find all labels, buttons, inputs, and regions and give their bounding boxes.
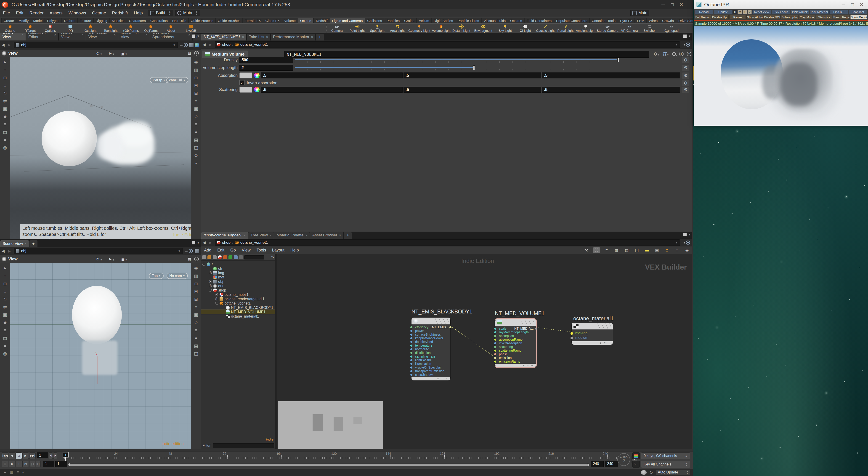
help-icon[interactable]: ? xyxy=(687,52,691,56)
viewport-tool-icon[interactable]: ○ xyxy=(4,83,6,88)
sticky-note-icon[interactable]: ▬ xyxy=(643,247,650,253)
viewport-tool-icon[interactable]: ► xyxy=(3,266,7,270)
node-param-distribution[interactable]: distribution xyxy=(411,351,450,355)
ipr-button-pick-focus[interactable]: Pick Focus xyxy=(772,9,790,14)
pane-corner-controls[interactable]: ▼ xyxy=(683,34,691,38)
viewport-tool-icon[interactable]: ◇ xyxy=(194,320,198,325)
node-param-scatteringramp[interactable]: scatteringRamp xyxy=(495,349,536,352)
cook-brain-icon[interactable] xyxy=(641,470,647,475)
input-dot[interactable] xyxy=(570,337,573,339)
minimize-button[interactable]: ─ xyxy=(658,2,668,7)
ipr-button-pause[interactable]: Pause xyxy=(729,15,746,20)
palette-icon[interactable]: ▦ xyxy=(613,247,620,253)
node-param-transparentemission[interactable]: transparentEmission xyxy=(411,369,450,373)
tree-item-octane-rendertarget-dl1[interactable]: +octane_rendertarget_dl1 xyxy=(201,297,275,301)
ipr-button-disable-upd[interactable]: Disable Upd. xyxy=(712,15,728,20)
gear-icon[interactable]: ⚙▼ xyxy=(653,52,660,57)
shelf-tab-volume[interactable]: Volume xyxy=(282,18,298,23)
obj-filter-icon[interactable] xyxy=(208,256,211,259)
shelf-tab-deform[interactable]: Deform xyxy=(62,18,78,23)
gear-icon[interactable]: ⚙ xyxy=(682,65,689,71)
shelf-tab-terrain-fx[interactable]: Terrain FX xyxy=(243,18,263,23)
info-icon[interactable]: i xyxy=(679,52,684,56)
back-icon[interactable]: ◀ xyxy=(201,240,207,245)
viewport-tool-icon[interactable]: ≡ xyxy=(195,328,197,333)
auto-update-select[interactable]: Auto Update ▲▼ xyxy=(656,469,690,476)
shelf-tool-distant-light[interactable]: Distant Light xyxy=(451,24,471,32)
snap-icon[interactable]: ◔ xyxy=(16,461,22,467)
forward-icon[interactable]: ▶ xyxy=(207,42,213,47)
forward-icon[interactable]: ▶ xyxy=(207,240,213,245)
shelf-tab-redshift[interactable]: Redshift xyxy=(313,18,331,23)
viewport-tool-icon[interactable]: ▥ xyxy=(194,274,198,278)
menu-redshift[interactable]: Redshift xyxy=(109,10,131,16)
play-button[interactable]: ▶ xyxy=(22,452,29,459)
tab-shop-octane-vopnet1[interactable]: /shop/octane_vopnet1× xyxy=(201,232,248,239)
shelf-tool-toonlight[interactable]: ToonLight xyxy=(100,24,121,32)
shelf-tool-gi-light[interactable]: GI Light xyxy=(515,24,535,32)
viewport-tool-icon[interactable]: ⊟ xyxy=(194,91,198,95)
tab-scene-view[interactable]: Scene View× xyxy=(0,240,29,247)
tab-close-icon[interactable]: × xyxy=(266,35,268,39)
search-icon[interactable]: ◌ xyxy=(674,247,680,253)
tree-filter-input[interactable] xyxy=(244,256,264,260)
node-param-temperature[interactable]: temperature xyxy=(411,344,450,347)
pane-corner-controls[interactable]: ▼ xyxy=(192,34,200,38)
shelf-tab-polygon[interactable]: Polygon xyxy=(45,18,62,23)
forward-icon[interactable]: ▶ xyxy=(6,42,12,47)
shelf-tool-objparms[interactable]: -ObjParms xyxy=(141,24,161,32)
spreadsheet-icon[interactable]: ▤ xyxy=(623,247,630,253)
log-icon[interactable]: ≡ xyxy=(17,470,19,475)
tab-close-icon[interactable]: × xyxy=(270,233,272,237)
undo-icon[interactable]: ↷ xyxy=(271,255,274,260)
input-dot[interactable] xyxy=(410,352,412,354)
scene-combo[interactable]: Main ▲▼ xyxy=(175,10,200,16)
tree-filter-icon[interactable] xyxy=(202,256,206,259)
net-menu-edit[interactable]: Edit xyxy=(214,248,227,252)
input-dot[interactable] xyxy=(494,328,496,330)
memory-icon[interactable]: ▦ xyxy=(10,470,13,475)
tree-item-nt-emis-blackbody1[interactable]: NT_EMIS_BLACKBODY1 xyxy=(201,305,275,310)
network-canvas[interactable]: Indie Edition VEX Builder NT_EMIS_BLACKB… xyxy=(277,254,692,449)
back-icon[interactable]: ◀ xyxy=(0,42,6,47)
add-image-icon[interactable]: ▣ xyxy=(653,247,660,253)
title-bar[interactable]: C:/Users/Hbhatti/Desktop/Desktop/Graphic… xyxy=(0,0,693,9)
tree-item-img[interactable]: +img xyxy=(201,271,275,275)
list-view-icon[interactable]: ≡ xyxy=(603,247,610,253)
recook-icon[interactable]: ↻ xyxy=(649,470,653,475)
path-field[interactable]: obj ▼ xyxy=(14,42,178,48)
viewport-tool-icon[interactable]: ◇ xyxy=(194,114,198,119)
tab-motion-fx-view[interactable]: Motion FX View× xyxy=(118,33,149,40)
pane-corner-controls[interactable]: ▼ xyxy=(683,233,691,236)
viewport-tool-icon[interactable]: ● xyxy=(195,336,197,340)
absorption-color-swatch[interactable] xyxy=(240,72,252,79)
viewport-tool-icon[interactable]: ⇄ xyxy=(3,99,7,103)
ipr-button-full-reload[interactable]: Full Reload xyxy=(694,15,711,20)
ipr-button-clay-mode[interactable]: Clay Mode xyxy=(799,15,815,20)
maximize-button[interactable]: □ xyxy=(668,2,677,7)
shelf-tab-wires[interactable]: Wires xyxy=(647,18,660,23)
pane-maximize-icon[interactable] xyxy=(683,233,687,236)
invert-absorption-checkbox[interactable]: ✓ xyxy=(240,80,245,85)
pane-menu-icon[interactable]: ▼ xyxy=(197,34,200,38)
menu-help[interactable]: Help xyxy=(131,10,146,16)
audio-icon[interactable]: ◉ xyxy=(9,461,15,467)
node-param-efficiency[interactable]: efficiency ...NT_EMIS_... xyxy=(411,325,450,329)
viewport-tool-icon[interactable]: ▣ xyxy=(3,313,7,317)
pane-corner-controls[interactable]: ▼ xyxy=(192,241,200,244)
tab-scene-view[interactable]: Scene View× xyxy=(0,33,26,40)
viewport-tool-icon[interactable]: ◉ xyxy=(194,60,198,64)
viewport-tool-icon[interactable]: ↻ xyxy=(3,297,7,302)
range-start-field[interactable]: 1 xyxy=(43,461,54,467)
chevron-down-icon[interactable]: ▼ xyxy=(178,249,181,252)
scattering-b-input[interactable]: .5 xyxy=(542,87,680,93)
tree-item-nt-med-volume1[interactable]: NT_MED_VOLUME1 xyxy=(201,310,275,314)
menu-render[interactable]: Render xyxy=(26,10,46,16)
ipr-button-snapshot[interactable]: Snapshot xyxy=(848,9,867,14)
desktop-combo[interactable]: Build ▲▼ xyxy=(148,10,173,16)
link-icon[interactable] xyxy=(189,249,193,253)
shelf-tool-portal-light[interactable]: Portal Light xyxy=(555,24,576,32)
shelf-tab-container-tools[interactable]: Container Tools xyxy=(589,18,618,23)
shelf-tool-spot-light[interactable]: Spot Light xyxy=(367,24,387,32)
input-dot[interactable] xyxy=(494,361,496,363)
